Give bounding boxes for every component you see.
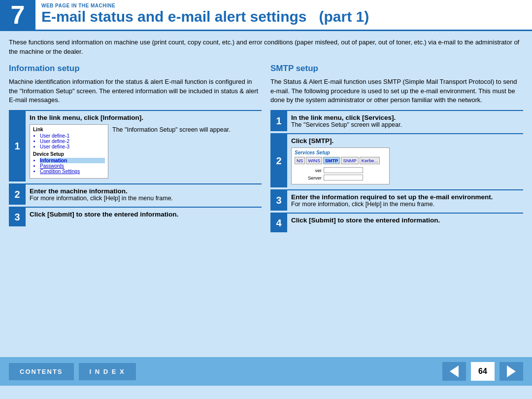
information-setup-desc: Machine identification information for t… xyxy=(9,77,262,106)
mock-link-list: User define-1 User define-2 User define-… xyxy=(33,133,105,149)
right-step-4-main: Click [Submit] to store the entered info… xyxy=(291,217,519,224)
footer-left-buttons: CONTENTS I N D E X xyxy=(9,363,136,380)
left-step-1-sub: The "Information Setup" screen will appe… xyxy=(112,124,231,133)
header-title: E-mail status and e-mail alert settings … xyxy=(41,8,526,26)
services-field-label-2: Server xyxy=(295,175,322,181)
page-header: 7 WEB PAGE IN THE MACHINE E-mail status … xyxy=(0,0,532,31)
left-step-1: 1 In the link menu, click [Information].… xyxy=(9,110,262,181)
title-part: (part 1) xyxy=(319,8,369,25)
main-content: These functions send information on mach… xyxy=(0,31,532,357)
mock-device-item: Passwords xyxy=(40,163,105,169)
right-step-3-main: Enter the information required to set up… xyxy=(291,193,519,201)
right-step-3-content: Enter the information required to set up… xyxy=(287,190,523,211)
mock-device-list: Information Passwords Condition Settings xyxy=(33,158,105,174)
prev-page-button[interactable] xyxy=(442,362,466,381)
intro-paragraph: These functions send information on mach… xyxy=(9,38,523,57)
services-tab-kerbe: Kerbe... xyxy=(360,157,380,164)
mock-device-item: Condition Settings xyxy=(40,169,105,174)
mock-link-item: User define-3 xyxy=(40,144,105,149)
left-step-2-content: Enter the machine information. For more … xyxy=(26,184,262,205)
services-tab-wins: WINS xyxy=(306,157,322,164)
mock-link-label: Link xyxy=(33,127,105,132)
index-button[interactable]: I N D E X xyxy=(79,363,136,380)
right-step-2: 2 Click [SMTP]. Services Setup NS WINS S… xyxy=(270,133,523,187)
info-setup-mock: Link User define-1 User define-2 User de… xyxy=(30,124,258,179)
right-step-1-number: 1 xyxy=(270,111,287,131)
right-step-4-content: Click [Submit] to store the entered info… xyxy=(287,214,523,227)
contents-button[interactable]: CONTENTS xyxy=(9,363,74,380)
left-step-1-main: In the link menu, click [Information]. xyxy=(30,114,258,121)
footer-right-nav: 64 xyxy=(442,362,523,381)
smtp-setup-title: SMTP setup xyxy=(270,64,523,73)
services-mock-tabs: NS WINS SMTP SNMP Kerbe... xyxy=(295,157,386,164)
header-subtitle: WEB PAGE IN THE MACHINE xyxy=(41,3,526,8)
mock-device-label: Device Setup xyxy=(33,151,105,157)
left-step-3-main: Click [Submit] to store the entered info… xyxy=(30,211,258,218)
right-step-1: 1 In the link menu, click [Services]. Th… xyxy=(270,110,523,131)
services-field-row-2: Server xyxy=(295,175,386,181)
services-field-row-1: ver xyxy=(295,167,386,173)
mock-link-item: User define-2 xyxy=(40,139,105,144)
chapter-number: 7 xyxy=(0,0,35,30)
right-column: SMTP setup The Status & Alert E-mail fun… xyxy=(270,64,523,233)
smtp-setup-desc: The Status & Alert E-mail function uses … xyxy=(270,77,523,106)
left-step-3-number: 3 xyxy=(9,208,26,226)
prev-arrow-icon xyxy=(450,365,459,377)
services-mock-title: Services Setup xyxy=(295,150,386,155)
mock-link-item: User define-1 xyxy=(40,133,105,139)
info-setup-screenshot: Link User define-1 User define-2 User de… xyxy=(30,124,108,179)
left-step-2-main: Enter the machine information. xyxy=(30,187,258,195)
left-step-2-sub: For more information, click [Help] in th… xyxy=(30,195,258,202)
right-step-3-number: 3 xyxy=(270,190,287,211)
information-setup-title: Information setup xyxy=(9,64,262,73)
right-step-4: 4 Click [Submit] to store the entered in… xyxy=(270,213,523,232)
next-arrow-icon xyxy=(507,365,516,377)
left-step-1-number: 1 xyxy=(9,111,26,181)
header-text: WEB PAGE IN THE MACHINE E-mail status an… xyxy=(35,0,532,30)
left-step-3: 3 Click [Submit] to store the entered in… xyxy=(9,207,262,226)
services-setup-screenshot: Services Setup NS WINS SMTP SNMP Kerbe..… xyxy=(291,147,390,184)
services-field-label-1: ver xyxy=(295,168,322,173)
right-step-1-sub: The "Services Setup" screen will appear. xyxy=(291,121,519,128)
services-tab-smtp: SMTP xyxy=(323,157,340,164)
right-step-1-content: In the link menu, click [Services]. The … xyxy=(287,111,523,131)
right-step-3: 3 Enter the information required to set … xyxy=(270,189,523,211)
services-field-input-1 xyxy=(324,167,363,173)
right-step-2-content: Click [SMTP]. Services Setup NS WINS SMT… xyxy=(287,134,523,187)
title-main: E-mail status and e-mail alert settings xyxy=(41,8,307,25)
right-step-3-sub: For more information, click [Help] in th… xyxy=(291,201,519,208)
footer: CONTENTS I N D E X 64 xyxy=(0,357,532,386)
two-column-layout: Information setup Machine identification… xyxy=(9,64,523,233)
next-page-button[interactable] xyxy=(499,362,523,381)
left-step-2-number: 2 xyxy=(9,184,26,205)
left-step-3-content: Click [Submit] to store the entered info… xyxy=(26,208,262,221)
page-number: 64 xyxy=(471,362,495,381)
services-tab-ns: NS xyxy=(295,157,305,164)
mock-device-item: Information xyxy=(40,158,105,163)
right-step-2-number: 2 xyxy=(270,134,287,187)
left-step-2: 2 Enter the machine information. For mor… xyxy=(9,183,262,205)
left-column: Information setup Machine identification… xyxy=(9,64,262,233)
right-step-1-main: In the link menu, click [Services]. xyxy=(291,114,519,121)
left-step-1-content: In the link menu, click [Information]. L… xyxy=(26,111,262,181)
services-tab-snmp: SNMP xyxy=(341,157,358,164)
right-step-2-main: Click [SMTP]. xyxy=(291,137,519,145)
right-step-4-number: 4 xyxy=(270,214,287,232)
services-field-input-2 xyxy=(324,175,363,181)
